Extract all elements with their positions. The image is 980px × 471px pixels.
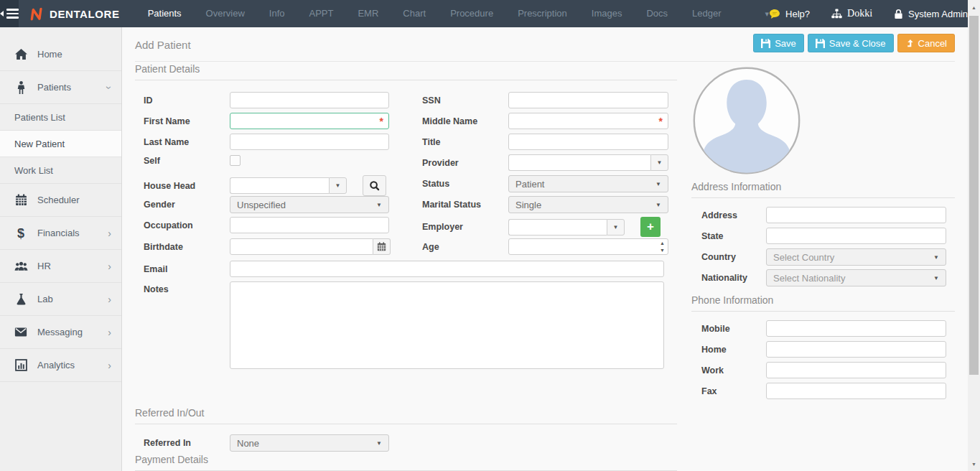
house-head-combobox[interactable]: ▼ <box>230 177 347 194</box>
spinner-up-icon[interactable]: ▲ <box>660 239 665 246</box>
select-arrow-icon: ▼ <box>613 224 619 230</box>
brand-logo[interactable]: DENTALORE <box>30 6 120 21</box>
nav-ledger[interactable]: Ledger <box>680 0 733 27</box>
nav-chart[interactable]: Chart <box>391 0 438 27</box>
sidebar-item-home[interactable]: Home <box>0 38 121 71</box>
home-phone-input[interactable] <box>766 341 946 358</box>
field-row-work-phone: Work <box>701 362 946 378</box>
ssn-label: SSN <box>422 95 508 106</box>
vertical-scrollbar[interactable]: ▲ ▼ <box>968 0 980 471</box>
sidebar-item-lab[interactable]: Lab › <box>0 283 121 316</box>
save-button[interactable]: Save <box>753 34 804 52</box>
practice-button[interactable]: Dokki <box>831 8 872 19</box>
sidebar-item-patients-list[interactable]: Patients List <box>0 104 121 131</box>
self-label: Self <box>144 156 230 166</box>
divider <box>135 61 955 62</box>
nationality-select[interactable]: Select Nationality ▼ <box>766 269 946 286</box>
title-input[interactable] <box>508 134 668 150</box>
occupation-input[interactable] <box>230 217 389 233</box>
house-head-input[interactable] <box>230 177 329 194</box>
provider-combobox[interactable]: ▼ <box>508 154 668 171</box>
id-input[interactable] <box>230 92 389 108</box>
cancel-button[interactable]: Cancel <box>897 34 955 52</box>
first-name-label: First Name <box>144 116 230 126</box>
sidebar-item-scheduler[interactable]: Scheduler <box>0 184 121 217</box>
sidebar-item-new-patient[interactable]: New Patient <box>0 131 121 157</box>
house-head-dropdown-button[interactable]: ▼ <box>329 177 347 194</box>
nav-appt[interactable]: APPT <box>297 0 345 27</box>
mobile-label: Mobile <box>701 324 766 334</box>
spinner-down-icon[interactable]: ▼ <box>660 246 665 253</box>
scrollbar-thumb[interactable] <box>969 16 979 375</box>
nav-images[interactable]: Images <box>579 0 635 27</box>
sidebar-item-financials[interactable]: $ Financials › <box>0 217 121 250</box>
nav-emr[interactable]: EMR <box>345 0 391 27</box>
nav-docs[interactable]: Docs <box>634 0 680 27</box>
referred-in-select[interactable]: None ▼ <box>230 434 389 452</box>
sidebar-item-work-list[interactable]: Work List <box>0 157 121 184</box>
marital-status-select[interactable]: Single ▼ <box>508 196 668 213</box>
field-row-middle-name: Middle Name * <box>422 113 668 129</box>
field-row-title: Title <box>422 134 668 150</box>
sidebar-toggle-button[interactable] <box>0 0 19 27</box>
sitemap-icon <box>831 9 842 19</box>
notes-textarea[interactable] <box>230 281 664 369</box>
sidebar-item-messaging[interactable]: Messaging › <box>0 316 121 349</box>
nav-prescription[interactable]: Prescription <box>505 0 579 27</box>
mobile-input[interactable] <box>766 320 946 337</box>
user-menu[interactable]: System Administrator ▾ <box>894 9 980 19</box>
gender-select[interactable]: Unspecified ▼ <box>230 196 389 213</box>
patient-avatar[interactable] <box>693 67 801 174</box>
nationality-label: Nationality <box>701 273 766 283</box>
country-select[interactable]: Select Country ▼ <box>766 248 946 266</box>
last-name-label: Last Name <box>144 137 230 147</box>
email-input[interactable] <box>230 261 664 277</box>
employer-dropdown-button[interactable]: ▼ <box>607 219 625 236</box>
scroll-up-button[interactable]: ▲ <box>968 1 980 13</box>
sidebar-item-hr[interactable]: HR › <box>0 250 121 283</box>
state-input[interactable] <box>766 228 946 244</box>
house-head-search-button[interactable] <box>363 175 386 196</box>
country-label: Country <box>701 252 766 262</box>
section-phone-information: Phone Information <box>691 294 955 312</box>
envelope-icon <box>13 327 29 337</box>
sidebar-item-analytics[interactable]: Analytics › <box>0 349 121 382</box>
save-close-button[interactable]: Save & Close <box>808 34 894 52</box>
birthdate-input[interactable] <box>230 238 373 255</box>
birthdate-calendar-button[interactable] <box>373 238 391 255</box>
field-row-notes: Notes <box>144 281 664 369</box>
first-name-input[interactable] <box>230 113 389 129</box>
status-select[interactable]: Patient ▼ <box>508 175 668 192</box>
field-row-age: Age ▲ ▼ <box>422 238 668 255</box>
age-input[interactable] <box>508 238 668 255</box>
gender-value: Unspecified <box>237 200 286 210</box>
fax-input[interactable] <box>766 383 946 399</box>
cancel-label: Cancel <box>918 38 947 49</box>
age-spinner-buttons[interactable]: ▲ ▼ <box>660 239 665 253</box>
last-name-input[interactable] <box>230 134 389 150</box>
avatar-silhouette-icon <box>693 67 801 174</box>
help-button[interactable]: Help? <box>769 9 810 19</box>
ssn-input[interactable] <box>508 92 668 108</box>
address-input[interactable] <box>766 207 946 223</box>
add-employer-button[interactable]: + <box>640 217 661 237</box>
provider-input[interactable] <box>508 154 650 171</box>
home-icon <box>13 49 29 60</box>
middle-name-input[interactable] <box>508 113 668 129</box>
chevron-down-icon: › <box>105 85 115 89</box>
self-checkbox[interactable] <box>230 155 241 166</box>
nav-patients[interactable]: Patients <box>136 0 194 27</box>
notes-label: Notes <box>144 281 230 294</box>
nav-info[interactable]: Info <box>257 0 297 27</box>
age-stepper[interactable]: ▲ ▼ <box>508 238 668 255</box>
nav-procedure[interactable]: Procedure <box>438 0 505 27</box>
provider-dropdown-button[interactable]: ▼ <box>650 154 668 171</box>
employer-input[interactable] <box>508 219 607 236</box>
work-phone-input[interactable] <box>766 362 946 378</box>
scroll-down-button[interactable]: ▼ <box>968 458 980 470</box>
nav-overview[interactable]: Overview <box>194 0 257 27</box>
field-row-state: State <box>701 228 946 244</box>
field-row-email: Email <box>144 261 664 277</box>
sidebar-item-patients[interactable]: Patients › <box>0 71 121 104</box>
employer-combobox[interactable]: ▼ <box>508 219 625 236</box>
